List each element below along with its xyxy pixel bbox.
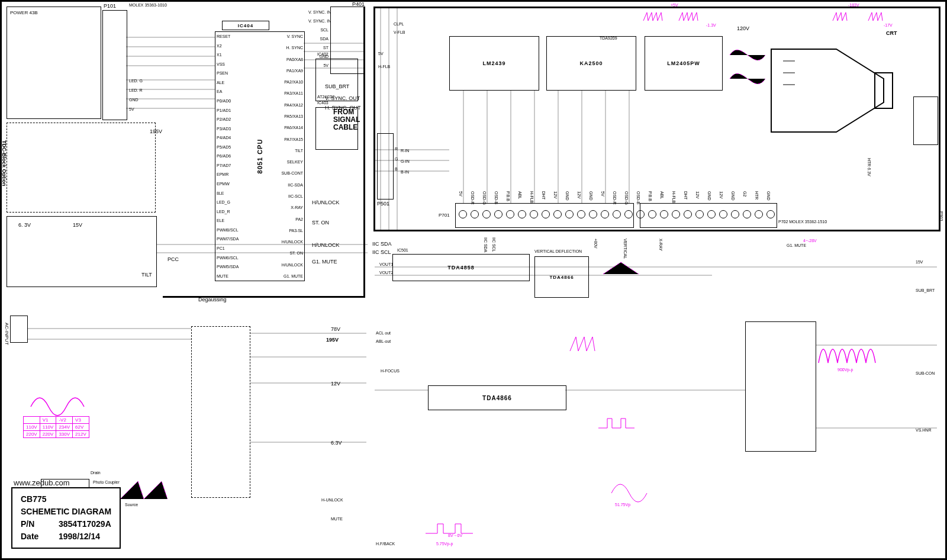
tda4866-name: TDA4866: [482, 395, 512, 401]
crt-label: CRT: [886, 30, 897, 36]
signal-cable-label: FROMSIGNALCABLE: [333, 108, 375, 132]
p702-label: P702 MOLEX 35362-1510: [778, 220, 827, 224]
wave4-val: 5.75Vp-p: [436, 542, 453, 546]
connector-p903: [913, 96, 938, 145]
tda9209-label: TDA9209: [600, 36, 617, 40]
vout1-label: VOUT1: [379, 262, 393, 266]
v195-label-2: 195V: [326, 337, 339, 343]
ac-connector: [10, 316, 28, 343]
svg-marker-0: [771, 49, 884, 132]
ic-502: TDA4866: [534, 256, 589, 298]
ic501-id: IC501: [397, 248, 408, 252]
ic-905: KA2500: [546, 36, 636, 91]
ledr-label: LED. R: [129, 88, 143, 92]
v28-out: 4~-28V: [803, 239, 817, 243]
v12-label: 12V: [331, 381, 340, 387]
wave-top-2: -183V: [848, 3, 859, 7]
ic-901: LM2439: [449, 36, 539, 91]
v6-3-label-2: 6.3V: [331, 440, 342, 446]
sub-brt-out: SUB_BRT: [916, 288, 935, 292]
psu-transformer: [191, 326, 250, 498]
ic905-name: KA2500: [579, 60, 603, 66]
v195-label: 195V: [150, 128, 162, 134]
v6-3-label: 6. 3V: [18, 222, 31, 228]
tilt-label: TILT: [141, 272, 152, 278]
mute-label: MUTE: [331, 517, 343, 521]
wave-2: [598, 416, 646, 440]
iic-scl-label: IIC SCL: [372, 249, 391, 255]
rail-3: X-RAY: [659, 239, 663, 251]
ic-deflection-proc: TDA4866: [428, 385, 566, 410]
v15-out-label: 15V: [916, 260, 923, 264]
power-conn-label: POWER 43B: [10, 10, 38, 15]
title-pn: 3854T17029A: [59, 518, 111, 530]
rail-1: +80V: [594, 239, 598, 249]
ledg-label: LED. G: [129, 79, 143, 83]
ablout-label: ABL-out: [376, 339, 391, 343]
wave4-val2: 8V→0V: [448, 533, 462, 538]
wave-top-4: -17V: [884, 23, 893, 27]
vs-hnr-out: VS.HNR: [916, 428, 931, 432]
ic501-name: TDA4858: [447, 265, 475, 271]
rail-5: IIC SDA: [484, 237, 488, 252]
v78-label: 78V: [331, 326, 340, 332]
title-date-label: Date: [21, 530, 50, 543]
gin-label: G-IN: [401, 159, 410, 163]
drain-label: Drain: [91, 471, 101, 475]
photo-label: Photo Coupler: [93, 480, 111, 484]
flyback-wave: [819, 333, 937, 375]
title-pn-label: P/N: [21, 518, 50, 530]
ic901-name: LM2439: [482, 60, 505, 66]
p101-label: P101: [104, 3, 116, 9]
htr-label: HTR 6.3V: [867, 158, 871, 176]
vert-defl-label: VERTICAL DEFLECTION: [534, 249, 582, 253]
hfocus-label: H-FOCUS: [381, 369, 400, 373]
ic902-name: LM2405PW: [667, 60, 700, 66]
keypad-block: [7, 7, 101, 119]
hflb-label: H-FLB: [378, 65, 390, 69]
ic-902: LM2405PW: [645, 36, 723, 91]
title-date: 1998/12/14: [59, 530, 100, 543]
bin-label: B-IN: [401, 170, 409, 174]
aclout-label: ACL out: [376, 331, 391, 335]
wave-3: [611, 481, 665, 505]
wave-top-3: -1.3V: [706, 23, 716, 27]
tdc-block: [7, 123, 156, 213]
p903-label: P903: [939, 211, 943, 221]
v15-label: 15V: [73, 222, 82, 228]
wave-1: [570, 333, 617, 357]
connector-p101: /*pins drawn below*/: [102, 10, 127, 120]
wave3-val: 51.75Vp: [615, 503, 630, 507]
iic-sda-label: IIC SDA: [372, 241, 392, 247]
ic-501: TDA4858: [392, 254, 530, 281]
5v-label-1: 5V: [129, 107, 134, 111]
source-label: Source: [125, 503, 138, 507]
mcu-section-frame: [163, 7, 365, 298]
p501-label: P501: [377, 201, 389, 207]
tdc-block-label: TDC-Block Option: [1, 140, 7, 186]
crt-symbol: [765, 25, 896, 144]
ic502-name: TDA4866: [549, 275, 574, 280]
hunlock3-label: H-UNLOCK: [321, 498, 343, 502]
flyback-transformer: [745, 321, 816, 452]
psu-wave: [28, 389, 99, 415]
molex1-label: MOLEX 35363-1010: [129, 3, 167, 7]
gnd-label-1: GND: [129, 98, 138, 102]
title-block: CB775 SCHEMETIC DIAGRAM P/N3854T17029A D…: [11, 487, 121, 549]
5v-label-2: 5V: [378, 52, 384, 56]
vout2-label: VOUT2: [379, 271, 393, 275]
connector-p501: [377, 133, 394, 199]
clpl-label: CLPL: [394, 22, 404, 26]
watermark: www.zedub.com: [14, 478, 70, 487]
rin-label: R-IN: [401, 149, 409, 153]
waveforms-top: [643, 9, 916, 27]
title-model: CB775: [21, 493, 111, 506]
p701-label: P701: [439, 213, 450, 218]
wave-top-1: +5V: [671, 3, 678, 7]
ac-input-label: AC-INPUT: [4, 323, 9, 345]
vflb-label: V-FLB: [394, 30, 405, 34]
title-label: SCHEMETIC DIAGRAM: [21, 506, 111, 518]
hfback-label: H.F/BACK: [376, 542, 395, 546]
rail-4: IIC SCL: [492, 237, 496, 252]
voltage-table: V1-V2V3 110V110V234V62V 220V220V330V212V: [23, 416, 89, 438]
